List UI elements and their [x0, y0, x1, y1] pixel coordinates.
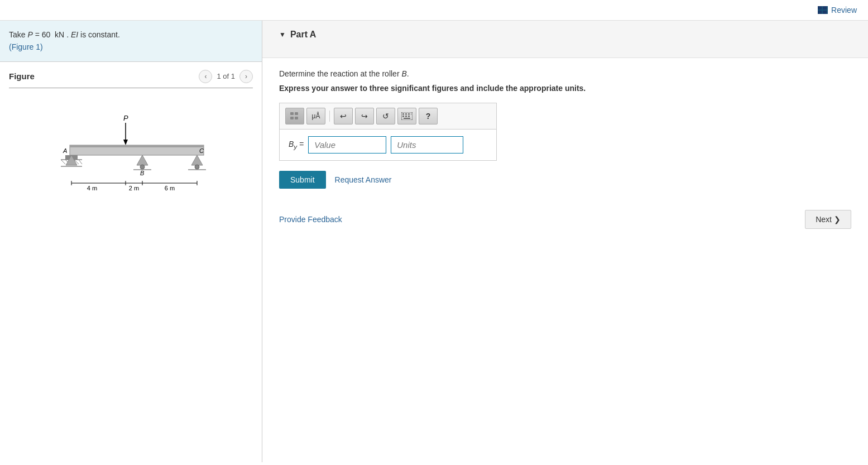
svg-text:2 m: 2 m [128, 185, 138, 191]
beam-diagram: P [9, 111, 253, 211]
instructions: Express your answer to three significant… [279, 84, 851, 93]
bottom-row: Provide Feedback Next ❯ [262, 200, 868, 239]
next-chevron-icon: ❯ [834, 215, 841, 224]
toolbar-redo-button[interactable]: ↪ [355, 108, 374, 124]
question-text: Determine the reaction at the roller B. [279, 69, 851, 78]
submit-button[interactable]: Submit [279, 171, 326, 189]
svg-rect-39 [290, 117, 294, 119]
submit-row: Submit Request Answer [279, 171, 851, 189]
figure-link[interactable]: (Figure 1) [9, 42, 43, 51]
request-answer-link[interactable]: Request Answer [335, 175, 392, 184]
problem-text-1: Take [9, 30, 27, 39]
svg-point-19 [140, 165, 145, 169]
next-button[interactable]: Next ❯ [805, 210, 851, 229]
toolbar-keyboard-button[interactable] [397, 108, 416, 124]
beam-svg: P [36, 111, 226, 200]
part-title: Part A [290, 30, 316, 40]
svg-rect-47 [405, 116, 407, 117]
problem-statement: Take P = 60 kN . EI is constant. (Figure… [0, 21, 262, 62]
svg-rect-37 [290, 112, 294, 115]
figure-section: Figure ‹ 1 of 1 › P [0, 62, 262, 462]
svg-rect-1 [823, 6, 827, 9]
svg-rect-49 [404, 118, 410, 119]
toolbar-help-button[interactable]: ? [419, 108, 438, 124]
part-header: ▼ Part A [279, 30, 851, 40]
toolbar-mu-button[interactable]: μÅ [306, 108, 325, 124]
figure-next-button[interactable]: › [239, 70, 253, 83]
svg-rect-45 [411, 113, 411, 115]
svg-marker-6 [123, 140, 128, 145]
svg-rect-48 [408, 116, 410, 117]
part-section: ▼ Part A [262, 21, 868, 58]
figure-prev-button[interactable]: ‹ [199, 70, 212, 83]
svg-text:4 m: 4 m [87, 185, 97, 191]
toolbar-undo-button[interactable]: ↩ [334, 108, 353, 124]
toolbar-sep-1 [329, 111, 330, 122]
top-bar: Review [0, 0, 868, 21]
svg-rect-0 [818, 6, 822, 9]
left-panel: Take P = 60 kN . EI is constant. (Figure… [0, 21, 262, 462]
toolbar-matrix-button[interactable] [285, 108, 304, 124]
problem-text-2: . [66, 30, 71, 39]
answer-label: By = [289, 140, 304, 150]
part-content: Determine the reaction at the roller B. … [262, 58, 868, 200]
figure-header: Figure ‹ 1 of 1 › [9, 70, 253, 88]
figure-nav: ‹ 1 of 1 › [199, 70, 253, 83]
problem-ei: EI [71, 30, 78, 39]
svg-rect-43 [405, 113, 407, 115]
right-panel: ▼ Part A Determine the reaction at the r… [262, 21, 868, 462]
toolbar-reset-button[interactable]: ↺ [376, 108, 395, 124]
svg-rect-8 [70, 145, 204, 147]
feedback-link[interactable]: Provide Feedback [279, 215, 342, 224]
review-icon [818, 6, 828, 14]
math-toolbar: μÅ ↩ ↪ ↺ [279, 103, 497, 129]
svg-point-23 [195, 165, 199, 169]
collapse-arrow[interactable]: ▼ [279, 31, 286, 39]
toolbar-mu-label: μÅ [312, 112, 320, 120]
svg-marker-22 [191, 155, 203, 165]
svg-line-11 [61, 160, 65, 164]
review-label: Review [831, 6, 857, 15]
svg-rect-38 [295, 112, 298, 115]
svg-marker-18 [137, 155, 148, 165]
svg-rect-46 [402, 116, 404, 117]
review-button[interactable]: Review [818, 6, 857, 15]
svg-text:B: B [140, 170, 144, 176]
next-label: Next [816, 215, 832, 224]
svg-rect-2 [818, 11, 822, 14]
answer-area: By = [279, 129, 497, 161]
svg-rect-40 [295, 117, 298, 119]
problem-equation: P = 60 kN [27, 30, 64, 39]
svg-text:6 m: 6 m [164, 185, 174, 191]
svg-text:P: P [123, 114, 128, 122]
svg-text:A: A [63, 147, 67, 154]
main-layout: Take P = 60 kN . EI is constant. (Figure… [0, 21, 868, 462]
answer-value-input[interactable] [308, 136, 386, 154]
figure-title: Figure [9, 71, 35, 81]
svg-rect-42 [402, 113, 404, 115]
problem-text-3: is constant. [80, 30, 120, 39]
svg-line-15 [79, 160, 82, 164]
svg-rect-3 [823, 11, 827, 14]
figure-count: 1 of 1 [217, 72, 235, 80]
svg-text:C: C [199, 147, 204, 154]
answer-units-input[interactable] [391, 136, 463, 154]
svg-rect-44 [408, 113, 410, 115]
